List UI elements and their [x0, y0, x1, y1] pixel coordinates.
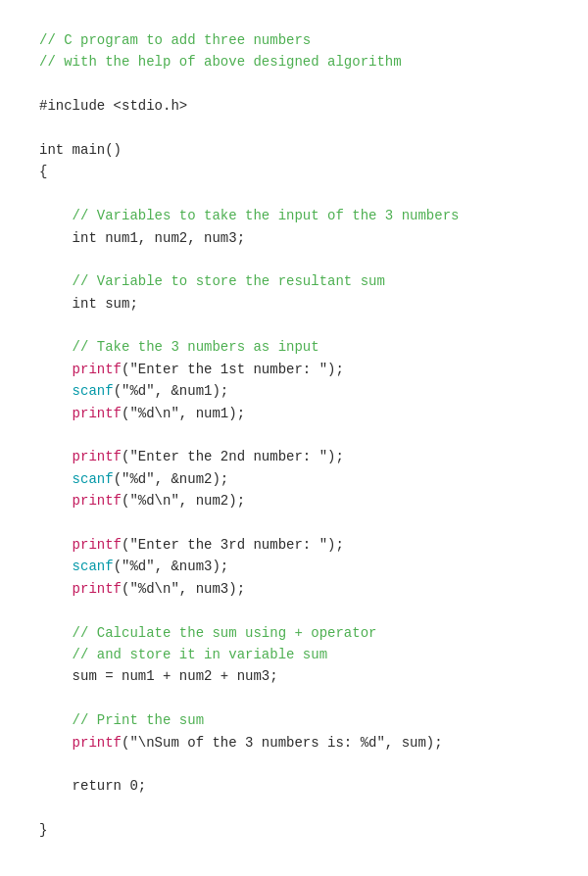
code-line: printf("%d\n", num2);: [39, 490, 549, 511]
code-line: // and store it in variable sum: [39, 644, 549, 665]
code-line: [39, 249, 549, 270]
code-line: [39, 118, 549, 139]
code-line: // Take the 3 numbers as input: [39, 336, 549, 358]
code-line: sum = num1 + num2 + num3;: [39, 665, 549, 687]
code-line: printf("Enter the 2nd number: ");: [39, 446, 549, 467]
code-line: printf("%d\n", num3);: [39, 578, 549, 600]
code-line: [39, 73, 549, 95]
code-line: [39, 315, 549, 336]
code-line: printf("Enter the 3rd number: ");: [39, 534, 549, 556]
code-line: printf("\nSum of the 3 numbers is: %d", …: [39, 732, 549, 754]
code-line: {: [39, 161, 549, 182]
code-line: scanf("%d", &num3);: [39, 556, 549, 577]
code-line: [39, 688, 549, 709]
code-line: scanf("%d", &num1);: [39, 380, 549, 402]
code-line: // with the help of above designed algor…: [39, 51, 549, 73]
code-line: int main(): [39, 139, 549, 161]
code-line: [39, 424, 549, 446]
code-line: scanf("%d", &num2);: [39, 468, 549, 490]
code-line: [39, 183, 549, 205]
code-line: // C program to add three numbers: [39, 29, 549, 51]
code-line: // Print the sum: [39, 709, 549, 731]
code-line: return 0;: [39, 775, 549, 797]
code-line: printf("Enter the 1st number: ");: [39, 359, 549, 380]
code-line: [39, 600, 549, 621]
code-line: // Calculate the sum using + operator: [39, 622, 549, 644]
code-line: }: [39, 819, 549, 841]
code-line: printf("%d\n", num1);: [39, 403, 549, 424]
code-line: [39, 798, 549, 819]
code-line: #include <stdio.h>: [39, 95, 549, 117]
code-line: // Variables to take the input of the 3 …: [39, 205, 549, 226]
code-block: // C program to add three numbers// with…: [39, 29, 549, 841]
code-line: int sum;: [39, 293, 549, 315]
code-line: [39, 512, 549, 534]
code-line: // Variable to store the resultant sum: [39, 270, 549, 292]
code-line: [39, 754, 549, 775]
code-container: // C program to add three numbers// with…: [0, 0, 588, 876]
code-line: int num1, num2, num3;: [39, 227, 549, 249]
